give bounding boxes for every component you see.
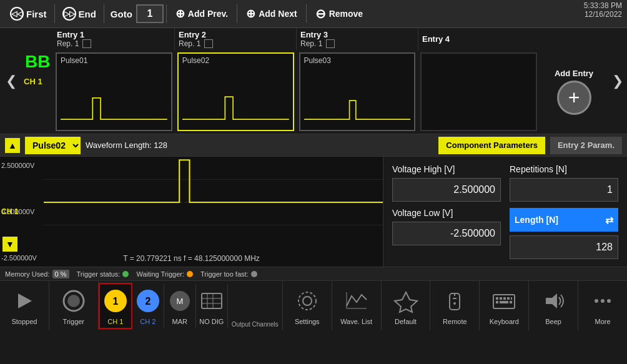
add-entry-button[interactable]: + bbox=[557, 81, 591, 115]
left-arrow-icon: ❮ bbox=[6, 73, 17, 89]
wave-list-button[interactable]: Wave. List bbox=[332, 281, 382, 330]
svg-point-23 bbox=[453, 302, 456, 305]
keyboard-icon bbox=[490, 287, 518, 315]
trigger-too-fast-dot bbox=[251, 271, 257, 277]
add-prev-button[interactable]: ⊕ Add Prev. bbox=[169, 4, 234, 23]
remove-button[interactable]: ⊖ Remove bbox=[309, 4, 369, 24]
voltage-high-input[interactable] bbox=[392, 178, 501, 202]
collapse-up-button[interactable]: ▲ bbox=[5, 138, 20, 153]
length-label: Length [N] bbox=[515, 215, 558, 225]
beep-button[interactable]: Beep bbox=[529, 281, 578, 330]
output-channels-group: 1 CH 1 2 CH 2 M MAR bbox=[99, 281, 283, 330]
trigger-button[interactable]: Trigger bbox=[49, 281, 99, 330]
svg-marker-34 bbox=[546, 293, 557, 308]
svg-point-18 bbox=[299, 292, 316, 310]
svg-point-17 bbox=[303, 297, 312, 305]
entries-container: Entry 1 Rep. 1 Entry 2 Rep. 1 Entry 3 Re… bbox=[53, 28, 608, 134]
trigger-label: Trigger bbox=[63, 318, 84, 325]
svg-marker-3 bbox=[18, 293, 32, 308]
trigger-status-dot bbox=[122, 271, 129, 277]
memory-label: Memory Used: bbox=[5, 270, 50, 278]
waveform-controls-bar: ▲ Pulse02 Waveform Length: 128 Component… bbox=[0, 134, 627, 157]
svg-text:1: 1 bbox=[112, 296, 118, 307]
end-icon: ▷▷ bbox=[62, 7, 76, 21]
rep2-checkbox[interactable] bbox=[204, 39, 213, 48]
rep3-checkbox[interactable] bbox=[326, 39, 335, 48]
voltage-high-label: Voltage High [V] bbox=[392, 164, 501, 174]
entry-header-3: Entry 3 Rep. 1 bbox=[296, 28, 418, 50]
mar-icon: M bbox=[165, 287, 194, 315]
beep-icon bbox=[539, 287, 568, 315]
component-params-tab[interactable]: Component Parameters bbox=[438, 137, 545, 154]
remove-icon: ⊖ bbox=[315, 6, 326, 21]
voltage-high-group: Voltage High [V] bbox=[392, 164, 501, 202]
settings-icon bbox=[293, 287, 322, 315]
main-content: 2.500000V 0.000000V -2.500000V CH 1 T = … bbox=[0, 157, 627, 267]
voltage-low-input[interactable] bbox=[392, 222, 501, 245]
goto-input[interactable] bbox=[136, 4, 164, 23]
mar-label: MAR bbox=[172, 318, 187, 325]
length-button[interactable]: Length [N] ⇄ bbox=[510, 208, 618, 232]
settings-button[interactable]: Settings bbox=[283, 281, 332, 330]
pulse01-svg bbox=[61, 90, 167, 127]
ch2-label: CH 2 bbox=[140, 318, 156, 325]
play-stop-button[interactable]: Stopped bbox=[0, 281, 49, 330]
default-button[interactable]: Default bbox=[382, 281, 431, 330]
end-button[interactable]: ▷▷ End bbox=[57, 4, 101, 23]
goto-label: Goto bbox=[111, 9, 132, 19]
waveform-length-label: Waveform Length: 128 bbox=[86, 140, 167, 150]
status-bar: Memory Used: 0 % Trigger status: Waiting… bbox=[0, 267, 627, 280]
keyboard-button[interactable]: Keyboard bbox=[480, 281, 529, 330]
svg-rect-32 bbox=[500, 301, 508, 303]
keyboard-label: Keyboard bbox=[490, 318, 519, 325]
scroll-left-button[interactable]: ❮ bbox=[0, 28, 22, 134]
collapse-down-button[interactable]: ▼ bbox=[2, 237, 17, 252]
first-button[interactable]: ◁◁ First bbox=[5, 4, 52, 23]
waveform-entry-2[interactable]: Pulse02 bbox=[177, 52, 294, 131]
rep1-checkbox[interactable] bbox=[82, 39, 91, 48]
scroll-right-button[interactable]: ❯ bbox=[608, 28, 627, 134]
add-next-button[interactable]: ⊕ Add Next bbox=[240, 4, 303, 23]
pulse03-svg bbox=[304, 90, 411, 127]
repetitions-group: Repetitions [N] bbox=[510, 164, 618, 202]
time-display: 5:33:38 PM bbox=[584, 1, 622, 10]
add-next-icon: ⊕ bbox=[246, 7, 255, 21]
end-label: End bbox=[79, 9, 96, 19]
svg-rect-27 bbox=[500, 297, 502, 300]
repetitions-input[interactable] bbox=[510, 178, 618, 202]
svg-rect-26 bbox=[496, 297, 498, 300]
length-input[interactable] bbox=[510, 235, 618, 259]
ch1-label: CH 1 bbox=[107, 318, 123, 325]
mar-button[interactable]: M MAR bbox=[164, 284, 196, 328]
waveform-select[interactable]: Pulse02 bbox=[25, 137, 81, 154]
entry-param-tab[interactable]: Entry 2 Param. bbox=[550, 137, 622, 154]
waveform-entry-1[interactable]: Pulse01 bbox=[56, 52, 172, 131]
right-arrow-icon: ❯ bbox=[612, 73, 623, 89]
ch1-axis-label: CH 1 bbox=[1, 207, 18, 216]
pulse02-svg bbox=[182, 90, 289, 127]
ch1-entry-label: CH 1 bbox=[24, 76, 42, 86]
add-prev-icon: ⊕ bbox=[175, 7, 185, 21]
ch2-button[interactable]: 2 CH 2 bbox=[132, 284, 164, 328]
bottom-toolbar: Stopped Trigger 1 CH 1 bbox=[0, 280, 627, 330]
remote-button[interactable]: Remote bbox=[430, 281, 480, 330]
svg-rect-30 bbox=[511, 297, 512, 300]
waveform-entry-3[interactable]: Pulse03 bbox=[299, 52, 416, 131]
memory-used-status: Memory Used: 0 % bbox=[5, 270, 69, 278]
more-icon bbox=[588, 287, 617, 315]
trigger-too-fast-item: Trigger too fast: bbox=[200, 270, 257, 278]
more-button[interactable]: More bbox=[578, 281, 627, 330]
entries-row: BB ❮ CH 1 Entry 1 Rep. 1 Entry 2 Rep. 1 bbox=[0, 28, 627, 134]
memory-value: 0 % bbox=[52, 270, 69, 278]
waveform-entry-4[interactable] bbox=[420, 52, 537, 131]
ch1-button[interactable]: 1 CH 1 bbox=[99, 283, 132, 329]
no-dig-button[interactable]: NO DIG bbox=[196, 284, 228, 328]
entry-header-4: Entry 4 bbox=[418, 28, 540, 50]
svg-point-35 bbox=[595, 299, 598, 303]
waiting-trigger-dot bbox=[187, 271, 193, 277]
voltage-low-label: Voltage Low [V] bbox=[392, 208, 501, 218]
add-prev-label: Add Prev. bbox=[188, 9, 228, 19]
svg-rect-33 bbox=[510, 301, 512, 303]
divider5 bbox=[306, 4, 307, 23]
ch2-icon: 2 bbox=[134, 287, 162, 315]
